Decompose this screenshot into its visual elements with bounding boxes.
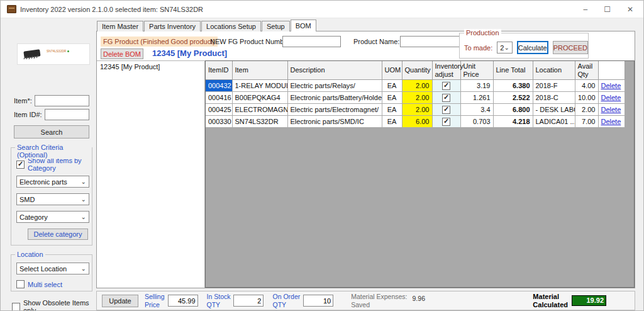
calculate-button[interactable]: Calculate: [517, 41, 548, 54]
item-id-input[interactable]: [45, 109, 89, 120]
cell-unit-price[interactable]: 3.4: [460, 104, 493, 116]
inventory-adjust-checkbox[interactable]: [442, 106, 450, 114]
cell-item-id[interactable]: 000432: [206, 80, 232, 92]
cell-quantity[interactable]: 2.00: [402, 80, 432, 92]
category-select-2[interactable]: SMD⌄: [16, 193, 89, 205]
product-image: SN74LS32DR: [17, 43, 90, 65]
table-row: 000416 B00EPQKAG4 Electronic parts/Batte…: [206, 92, 625, 104]
tab-setup[interactable]: Setup: [262, 21, 290, 31]
multi-select-label: Multi select: [28, 281, 62, 288]
col-uom[interactable]: UOM: [382, 61, 402, 80]
to-made-select[interactable]: 2⌄: [497, 42, 513, 54]
col-location[interactable]: Location: [533, 61, 575, 80]
delete-bom-button[interactable]: Delete BOM: [101, 48, 143, 59]
cell-item[interactable]: ELECTROMAGNET 12: [232, 104, 287, 116]
product-name-label: Product Name:: [353, 38, 399, 45]
cell-quantity[interactable]: 6.00: [402, 116, 432, 128]
cell-item-id[interactable]: 000330: [206, 116, 232, 128]
delete-link[interactable]: Delete: [601, 118, 621, 125]
col-item[interactable]: Item: [232, 61, 287, 80]
inventory-adjust-checkbox[interactable]: [442, 82, 450, 90]
cell-unit-price[interactable]: 1.261: [460, 92, 493, 104]
minimize-icon[interactable]: –: [583, 6, 587, 13]
cell-description[interactable]: Electric parts/Electromagnet/: [287, 104, 382, 116]
table-header-row: ItemID Item Description UOM Quantity Inv…: [206, 61, 625, 80]
cell-uom[interactable]: EA: [382, 80, 402, 92]
item-label: Item*:: [14, 97, 32, 105]
proceed-button[interactable]: PROCEED: [553, 41, 588, 54]
show-all-items-checkbox[interactable]: Show all items by Category: [16, 157, 88, 172]
chevron-down-icon: ⌄: [81, 265, 86, 272]
cell-line-total: 2.522: [493, 92, 533, 104]
col-description[interactable]: Description: [287, 61, 382, 80]
location-select[interactable]: Select Location⌄: [16, 263, 89, 274]
checkbox-icon[interactable]: [16, 161, 25, 169]
cell-uom[interactable]: EA: [382, 116, 402, 128]
delete-link[interactable]: Delete: [601, 94, 621, 101]
new-fg-number-input[interactable]: [282, 36, 341, 47]
delete-category-button[interactable]: Delete category: [28, 229, 88, 240]
cell-location[interactable]: 2018-F: [533, 80, 575, 92]
bom-tree: 12345 [My Product]: [97, 60, 205, 288]
cell-description[interactable]: Electronic parts/SMD/IC: [287, 116, 382, 128]
cell-quantity[interactable]: 2.00: [402, 104, 432, 116]
maximize-icon[interactable]: ☐: [604, 6, 611, 13]
cell-item-id[interactable]: 000425: [206, 104, 232, 116]
cell-description[interactable]: Electric parts/Relays/: [287, 80, 382, 92]
delete-link[interactable]: Delete: [601, 82, 621, 89]
cell-location[interactable]: 2018-C: [533, 92, 575, 104]
search-button[interactable]: Search: [14, 125, 89, 139]
bom-header: FG Product (Finished Good product) NEW F…: [97, 31, 635, 60]
main-area: Item Master Parts Inventory Locations Se…: [96, 18, 643, 311]
cell-uom[interactable]: EA: [382, 92, 402, 104]
multi-select-checkbox[interactable]: Multi select: [16, 280, 88, 288]
on-order-input[interactable]: [303, 295, 333, 307]
show-obsolete-checkbox[interactable]: Show Obsolete Items only: [12, 299, 96, 311]
cell-unit-price[interactable]: 3.19: [460, 80, 493, 92]
cell-description[interactable]: Electronic parts/Battery/Holder: [287, 92, 382, 104]
col-quantity[interactable]: Quantity: [402, 61, 432, 80]
cell-item[interactable]: B00EPQKAG4: [232, 92, 287, 104]
product-card-title: SN74LS32DR: [47, 49, 69, 53]
cell-location[interactable]: LADICA01 ...: [533, 116, 575, 128]
close-icon[interactable]: ✕: [627, 6, 633, 13]
selling-price-input[interactable]: [168, 295, 198, 307]
sidebar: SN74LS32DR Item*: Item ID#: Search Searc…: [1, 18, 96, 311]
col-avail-qty[interactable]: Avail Qty: [575, 61, 598, 80]
material-expenses-value: 9.96: [413, 291, 425, 302]
update-button[interactable]: Update: [102, 295, 138, 307]
col-inventory-adjust[interactable]: Inventory adjust: [432, 61, 460, 80]
checkbox-icon[interactable]: [16, 280, 25, 288]
tab-bom[interactable]: BOM: [291, 20, 316, 31]
search-criteria-group: Search Criteria (Optional) Show all item…: [11, 147, 92, 246]
inventory-adjust-checkbox[interactable]: [442, 118, 450, 126]
tab-parts-inventory[interactable]: Parts Inventory: [144, 21, 201, 31]
cell-location[interactable]: - DESK LABO: [533, 104, 575, 116]
inventory-adjust-checkbox[interactable]: [442, 94, 450, 102]
cell-item[interactable]: 1-RELAY MODULE: [232, 80, 287, 92]
cell-uom[interactable]: EA: [382, 104, 402, 116]
chevron-down-icon: ⌄: [81, 213, 86, 220]
app-window: Inventory 2022 version 2.1.0.0 selected …: [0, 0, 644, 311]
tab-bar: Item Master Parts Inventory Locations Se…: [96, 20, 635, 31]
cell-unit-price[interactable]: 0.703: [460, 116, 493, 128]
col-item-id[interactable]: ItemID: [206, 61, 232, 80]
chevron-down-icon: ⌄: [81, 178, 86, 185]
col-line-total[interactable]: Line Total: [493, 61, 533, 80]
category-select-1[interactable]: Electronic parts⌄: [16, 176, 89, 188]
cell-quantity[interactable]: 2.00: [402, 92, 432, 104]
delete-link[interactable]: Delete: [601, 106, 621, 113]
search-criteria-title: Search Criteria (Optional): [15, 144, 92, 159]
category-select-3[interactable]: Category⌄: [16, 211, 89, 223]
tab-item-master[interactable]: Item Master: [97, 21, 143, 31]
item-input[interactable]: [35, 95, 89, 106]
cell-item-id[interactable]: 000416: [206, 92, 232, 104]
checkbox-icon[interactable]: [12, 303, 20, 311]
cell-delete: Delete: [598, 104, 625, 116]
in-stock-input[interactable]: [233, 295, 264, 307]
cell-item[interactable]: SN74LS32DR: [232, 116, 287, 128]
tree-item[interactable]: 12345 [My Product]: [99, 62, 203, 71]
col-unit-price[interactable]: Unit Price: [460, 61, 493, 80]
tab-locations-setup[interactable]: Locations Setup: [201, 21, 261, 31]
cell-line-total: 6.800: [493, 104, 533, 116]
